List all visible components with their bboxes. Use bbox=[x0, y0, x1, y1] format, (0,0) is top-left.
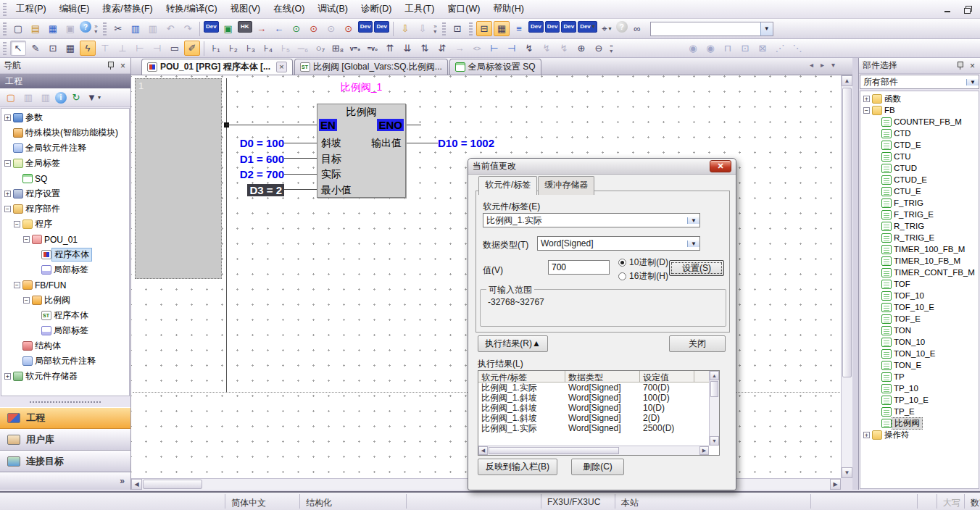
input-variable-icon[interactable]: =v₀ bbox=[365, 41, 381, 56]
menu-item[interactable]: 帮助(H) bbox=[486, 1, 530, 17]
redo-icon[interactable]: ↷ bbox=[180, 21, 196, 36]
scroll-right-icon[interactable]: ▶ bbox=[830, 479, 841, 490]
tree-item[interactable]: F_TRIG bbox=[860, 197, 979, 209]
panel-resize-grip[interactable] bbox=[29, 398, 101, 406]
device-find-icon[interactable]: Dev bbox=[528, 21, 544, 33]
contact-parallel-close-icon[interactable]: ⊦₄ bbox=[260, 41, 276, 56]
monitor-mode-icon[interactable]: ◉ bbox=[685, 41, 701, 56]
menu-item[interactable]: 转换/编译(C) bbox=[159, 1, 224, 17]
toolbar-grip[interactable] bbox=[3, 3, 7, 16]
fb-en-port[interactable]: EN bbox=[319, 119, 337, 131]
refresh-view-icon[interactable]: ↻ bbox=[68, 90, 84, 105]
expand-toggle-icon[interactable]: − bbox=[4, 160, 11, 167]
tree-item[interactable]: + 参数 bbox=[1, 110, 129, 125]
sort-filter-icon[interactable]: ▼ bbox=[86, 90, 102, 105]
parts-filter-combobox[interactable]: 所有部件 ▼ bbox=[860, 75, 979, 89]
project-tree[interactable]: + 参数 特殊模块(智能功能模块) 全局软元件注释 − 全局标签 SQ + bbox=[1, 108, 130, 396]
branch-close-icon[interactable]: ⊣ bbox=[504, 41, 520, 56]
tree-item[interactable]: TOF bbox=[860, 278, 979, 290]
edit-wire-icon[interactable]: ✐ bbox=[184, 41, 200, 56]
scan-monitor-icon[interactable]: ⊠ bbox=[755, 41, 771, 56]
tree-item[interactable]: TON_E bbox=[860, 359, 979, 371]
hex-radio-row[interactable]: 16进制(H) bbox=[618, 270, 668, 283]
cross-reference-icon[interactable]: ⇩ bbox=[415, 21, 431, 36]
toolbar-grip[interactable] bbox=[3, 42, 7, 55]
menu-item[interactable]: 工程(P) bbox=[9, 1, 53, 17]
expand-toggle-icon[interactable]: + bbox=[4, 373, 11, 380]
scroll-right-icon[interactable]: ▶ bbox=[699, 446, 709, 455]
tree-item[interactable]: − FB/FUN bbox=[1, 277, 129, 293]
table-row[interactable]: 比例阀_1.斜坡 Word[Signed] 10(D) bbox=[478, 403, 719, 413]
horizontal-line-icon[interactable]: ─₆ bbox=[295, 41, 311, 56]
tab-global-label-sq[interactable]: 全局标签设置 SQ bbox=[449, 59, 541, 75]
jump-element-icon[interactable]: → bbox=[452, 41, 468, 56]
tree-item[interactable]: TON bbox=[860, 325, 979, 336]
close-button[interactable]: 关闭 bbox=[669, 335, 726, 352]
contact-open-icon[interactable]: ⊦₁ bbox=[208, 41, 224, 56]
hex-radio[interactable] bbox=[618, 272, 626, 280]
expand-toggle-icon[interactable]: − bbox=[863, 107, 870, 114]
chevron-down-icon[interactable]: ▼ bbox=[966, 79, 979, 85]
tree-item[interactable]: R_TRIG_E bbox=[860, 232, 979, 243]
dashed-box-tool-icon[interactable]: ⊡ bbox=[449, 21, 465, 36]
copy-data-icon[interactable]: ▥ bbox=[20, 90, 36, 105]
guided-mode-icon[interactable]: ⊡ bbox=[45, 41, 61, 56]
select-mode-icon[interactable]: ↖ bbox=[10, 41, 26, 56]
list-vertical-scrollbar[interactable]: ▲ ▼ bbox=[709, 371, 719, 446]
tree-item[interactable]: SQ bbox=[1, 171, 129, 186]
parts-tree[interactable]: + 函数 − FB COUNTER_FB_M CTD CTD_E bbox=[860, 91, 979, 489]
tree-item[interactable]: + 函数 bbox=[860, 93, 979, 104]
menu-item[interactable]: 在线(O) bbox=[267, 1, 311, 17]
tree-item[interactable]: TP_E bbox=[860, 406, 979, 417]
tree-item[interactable]: CTD bbox=[860, 128, 979, 139]
tree-item[interactable]: CTUD bbox=[860, 162, 979, 174]
fb-eno-port[interactable]: ENO bbox=[377, 119, 404, 131]
stack-button-userlib[interactable]: 用户库 bbox=[0, 429, 130, 451]
device-combobox[interactable]: 比例阀_1.实际 ▼ bbox=[483, 213, 700, 227]
toolbar-grip[interactable] bbox=[3, 22, 7, 35]
table-row[interactable]: 比例阀_1.实际 Word[Signed] 2500(D) bbox=[478, 423, 719, 433]
expand-toggle-icon[interactable]: − bbox=[23, 236, 30, 243]
tab-pou01-program-body[interactable]: POU_01 [PRG] 程序本体 [... × bbox=[141, 59, 293, 75]
fb-input-port[interactable]: 斜坡 bbox=[321, 135, 352, 151]
tree-item[interactable]: COUNTER_FB_M bbox=[860, 116, 979, 128]
tree-item[interactable]: TP bbox=[860, 371, 979, 382]
jump-page-icon[interactable]: ⇩ bbox=[397, 21, 413, 36]
tree-item[interactable]: 局部软元件注释 bbox=[1, 354, 129, 369]
contact-close-icon[interactable]: ⊦₂ bbox=[225, 41, 241, 56]
paste-icon[interactable]: ▥ bbox=[145, 21, 161, 36]
scroll-left-icon[interactable]: ◀ bbox=[131, 479, 142, 490]
stack-button-project[interactable]: 工程 bbox=[0, 407, 130, 429]
fb-instance-name[interactable]: 比例阀_1 bbox=[317, 81, 406, 94]
coil-icon[interactable]: ○₇ bbox=[312, 41, 328, 56]
device-table-icon[interactable]: Dev bbox=[545, 21, 560, 33]
operand-value[interactable]: D2 = 700 bbox=[219, 167, 284, 183]
tree-item[interactable]: + 操作符 bbox=[860, 429, 979, 440]
expand-toggle-icon[interactable]: − bbox=[14, 221, 20, 227]
inline-st-icon[interactable]: <> bbox=[469, 41, 485, 56]
step-element-icon[interactable]: ⇵ bbox=[434, 41, 450, 56]
function-block[interactable]: 比例阀 EN ENO 斜坡目标实际最小值 输出值 bbox=[317, 104, 406, 198]
tree-item[interactable]: R_TRIG bbox=[860, 220, 979, 232]
expand-toggle-icon[interactable]: + bbox=[4, 114, 11, 121]
expand-toggle-icon[interactable]: − bbox=[4, 206, 11, 212]
scrollbar-thumb[interactable] bbox=[143, 480, 202, 489]
fb-output-port[interactable]: 输出值 bbox=[371, 135, 402, 151]
scroll-up-icon[interactable]: ▲ bbox=[842, 75, 852, 86]
chevron-down-icon[interactable]: ▼ bbox=[687, 217, 699, 224]
slope-monitor-icon[interactable]: ⋰ bbox=[772, 41, 788, 56]
tree-item[interactable]: 全局软元件注释 bbox=[1, 141, 129, 156]
tab-scroll-right-icon[interactable]: ▸ bbox=[821, 61, 824, 69]
monitor-verify-icon[interactable]: ⊙ bbox=[288, 21, 304, 36]
connector-off-icon[interactable]: ↯ bbox=[539, 41, 555, 56]
align-top-icon[interactable]: ⊢ bbox=[132, 41, 148, 56]
tree-item[interactable]: − 程序 bbox=[1, 217, 129, 232]
help-icon[interactable]: ? bbox=[80, 21, 91, 33]
both-edge-icon[interactable]: ⇅ bbox=[417, 41, 433, 56]
tree-item[interactable]: 局部标签 bbox=[1, 262, 129, 277]
device-batch-icon[interactable]: Dev bbox=[561, 21, 576, 33]
new-project-icon[interactable]: ▢ bbox=[10, 21, 26, 36]
scroll-up-icon[interactable]: ▲ bbox=[710, 371, 719, 380]
chevron-down-icon[interactable]: ▼ bbox=[687, 241, 699, 247]
network-gutter[interactable]: 1 bbox=[135, 78, 222, 279]
